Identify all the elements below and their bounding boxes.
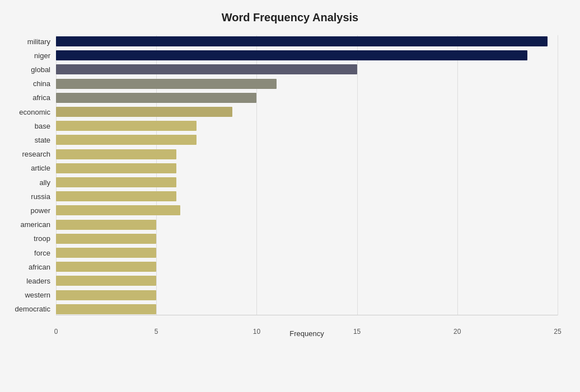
- bar-label: leaders: [3, 277, 56, 285]
- bar-row: china: [56, 78, 558, 90]
- bar-label: african: [3, 263, 56, 271]
- bar-row: russia: [56, 190, 558, 202]
- bar-row: african: [56, 261, 558, 273]
- chart-container: Word Frequency Analysis militarynigerglo…: [0, 0, 580, 392]
- bar: [56, 107, 232, 117]
- bar-label: china: [3, 79, 56, 88]
- bar: [56, 205, 180, 215]
- bar-row: power: [56, 204, 558, 216]
- bar: [56, 290, 156, 300]
- bar-label: research: [3, 150, 56, 158]
- bar-row: article: [56, 162, 558, 174]
- bar-row: base: [56, 120, 558, 132]
- bar: [56, 93, 256, 103]
- bar-row: military: [56, 35, 558, 48]
- bar-label: troop: [3, 234, 56, 243]
- bar: [56, 50, 527, 60]
- bar-row: state: [56, 134, 558, 146]
- bar-row: democratic: [56, 303, 558, 315]
- bar-row: american: [56, 219, 558, 231]
- bar: [56, 64, 357, 74]
- bar: [56, 36, 548, 46]
- bar: [56, 121, 197, 131]
- bar-row: research: [56, 148, 558, 160]
- bar-label: state: [3, 136, 56, 144]
- x-axis: [56, 315, 558, 315]
- x-axis-label: Frequency: [56, 329, 558, 338]
- bar-label: global: [3, 65, 56, 74]
- bar-label: economic: [3, 108, 56, 116]
- bar-label: western: [3, 291, 56, 299]
- bar: [56, 262, 156, 272]
- bar: [56, 135, 197, 145]
- bar-row: economic: [56, 106, 558, 118]
- bar-row: niger: [56, 49, 558, 62]
- bar-row: leaders: [56, 275, 558, 287]
- bar-label: democratic: [3, 305, 56, 313]
- chart-area: militarynigerglobalchinaafricaeconomicba…: [56, 35, 558, 338]
- bar-row: global: [56, 63, 558, 75]
- bar: [56, 177, 176, 187]
- bar-label: power: [3, 206, 56, 215]
- bar: [56, 191, 176, 201]
- bar: [56, 79, 277, 89]
- bar-label: russia: [3, 192, 56, 201]
- bar-row: force: [56, 247, 558, 259]
- bar-label: american: [3, 220, 56, 229]
- bar: [56, 276, 156, 286]
- bar-label: ally: [3, 178, 56, 187]
- bar-row: western: [56, 289, 558, 301]
- bar-row: troop: [56, 233, 558, 245]
- bar-label: niger: [3, 51, 56, 60]
- bar: [56, 220, 156, 230]
- chart-title: Word Frequency Analysis: [22, 11, 558, 24]
- bar: [56, 248, 156, 258]
- bar-label: africa: [3, 93, 56, 102]
- bar-row: africa: [56, 92, 558, 104]
- bar-row: ally: [56, 176, 558, 188]
- bar-label: force: [3, 249, 56, 257]
- bar-label: base: [3, 122, 56, 130]
- bar: [56, 163, 176, 173]
- bar: [56, 304, 156, 314]
- bar-label: military: [3, 37, 56, 46]
- grid-line: [558, 35, 558, 315]
- bar-label: article: [3, 164, 56, 172]
- bar: [56, 149, 176, 159]
- bar: [56, 234, 156, 244]
- bars-wrapper: militarynigerglobalchinaafricaeconomicba…: [56, 35, 558, 315]
